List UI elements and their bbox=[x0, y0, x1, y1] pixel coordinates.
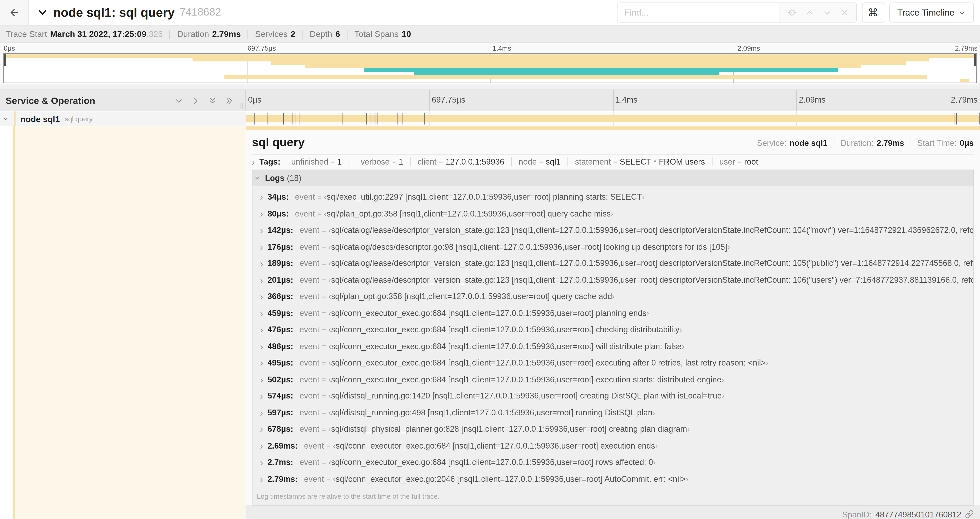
chevron-right-icon[interactable]: › bbox=[252, 157, 255, 166]
log-tick-marker[interactable] bbox=[376, 113, 377, 125]
tag-item[interactable]: _unfinished = 1 bbox=[286, 157, 342, 166]
log-row[interactable]: › 80μs: event = ‹ sql/plan_opt.go:358 [n… bbox=[252, 205, 973, 222]
expand-all-double-chevron-right-icon[interactable] bbox=[225, 96, 234, 105]
log-tick-marker[interactable] bbox=[255, 113, 255, 125]
link-icon[interactable] bbox=[965, 510, 974, 519]
log-row[interactable]: › 574μs: event = ‹ sql/distsql_running.g… bbox=[252, 388, 973, 404]
log-tick-marker[interactable] bbox=[292, 113, 293, 125]
log-field-value: sql/conn_executor_exec.go:684 [nsql1,cli… bbox=[331, 308, 646, 318]
tag-item[interactable]: user = root bbox=[719, 157, 758, 166]
collapse-all-double-chevron-down-icon[interactable] bbox=[208, 96, 217, 105]
tag-item[interactable]: _verbose = 1 bbox=[356, 157, 403, 166]
chevron-right-icon[interactable]: › bbox=[260, 209, 263, 218]
log-tick-marker[interactable] bbox=[299, 113, 299, 125]
log-row[interactable]: › 201μs: event = ‹ sql/catalog/lease/des… bbox=[252, 271, 973, 288]
chevron-right-icon[interactable]: › bbox=[260, 242, 263, 252]
log-timestamp: 678μs: bbox=[267, 424, 293, 434]
span-duration-bar[interactable] bbox=[245, 115, 980, 122]
chevron-right-icon[interactable]: › bbox=[260, 474, 263, 484]
span-bar-cell[interactable] bbox=[245, 111, 980, 126]
log-field-key: event bbox=[299, 424, 319, 434]
chevron-right-icon[interactable]: › bbox=[260, 375, 263, 384]
chevron-down-icon[interactable]: › bbox=[2, 117, 11, 120]
log-row[interactable]: › 189μs: event = ‹ sql/catalog/lease/des… bbox=[252, 255, 973, 271]
equals-sign: = bbox=[317, 193, 321, 201]
chevron-right-icon[interactable]: › bbox=[260, 441, 263, 450]
log-row[interactable]: › 2.7ms: event = ‹ sql/conn_executor_exe… bbox=[252, 454, 973, 471]
tag-item[interactable]: statement = SELECT * FROM users bbox=[575, 157, 705, 166]
log-tick-marker[interactable] bbox=[267, 113, 267, 125]
chevron-down-icon[interactable]: › bbox=[254, 176, 263, 179]
column-resizer-handle[interactable] bbox=[240, 102, 243, 109]
log-row[interactable]: › 366μs: event = ‹ sql/plan_opt.go:358 [… bbox=[252, 288, 973, 305]
chevron-right-icon[interactable]: › bbox=[260, 424, 263, 434]
tag-item[interactable]: client = 127.0.0.1:59936 bbox=[418, 157, 504, 166]
log-row[interactable]: › 678μs: event = ‹ sql/distsql_physical_… bbox=[252, 421, 973, 438]
chevron-right-icon[interactable]: › bbox=[260, 358, 263, 367]
log-tick-marker[interactable] bbox=[954, 113, 954, 125]
collapse-one-chevron-down-icon[interactable] bbox=[174, 96, 183, 105]
match-highlight-icon[interactable] bbox=[788, 8, 796, 17]
log-tick-marker[interactable] bbox=[403, 113, 403, 125]
view-selector-button[interactable]: Trace Timeline bbox=[889, 2, 974, 22]
log-tick-marker[interactable] bbox=[295, 113, 296, 125]
divider bbox=[410, 157, 410, 166]
chevron-right-icon[interactable]: › bbox=[260, 292, 263, 301]
log-tick-marker[interactable] bbox=[956, 113, 957, 125]
log-row[interactable]: › 486μs: event = ‹ sql/conn_executor_exe… bbox=[252, 338, 973, 355]
services-value: 2 bbox=[291, 30, 295, 39]
keyboard-shortcuts-button[interactable]: ⌘ bbox=[862, 2, 884, 22]
chevron-right-icon[interactable]: › bbox=[260, 259, 263, 268]
logs-header[interactable]: › Logs (18) bbox=[252, 169, 974, 186]
log-row[interactable]: › 502μs: event = ‹ sql/conn_executor_exe… bbox=[252, 371, 973, 388]
log-row[interactable]: › 2.69ms: event = ‹ sql/conn_executor_ex… bbox=[252, 438, 973, 454]
find-prev-chevron-up-icon[interactable] bbox=[805, 8, 813, 17]
log-tick-marker[interactable] bbox=[283, 113, 283, 125]
log-tick-marker[interactable] bbox=[424, 113, 425, 125]
find-input[interactable] bbox=[617, 3, 778, 22]
minimap-canvas[interactable] bbox=[3, 53, 977, 83]
log-row[interactable]: › 597μs: event = ‹ sql/distsql_running.g… bbox=[252, 404, 973, 421]
collapse-controls bbox=[174, 96, 245, 105]
collapse-trace-chevron[interactable] bbox=[37, 7, 48, 18]
chevron-right-icon[interactable]: › bbox=[260, 308, 263, 318]
log-row[interactable]: › 495μs: event = ‹ sql/conn_executor_exe… bbox=[252, 355, 973, 371]
chevron-right-icon[interactable]: › bbox=[260, 391, 263, 401]
divider bbox=[910, 138, 911, 147]
chevron-right-icon[interactable]: › bbox=[260, 458, 263, 467]
ruler-gridline bbox=[613, 90, 613, 111]
log-tick-marker[interactable] bbox=[979, 113, 980, 125]
log-tick-marker[interactable] bbox=[397, 113, 397, 125]
top-bar: node sql1: sql query 7418682 ⌘ Trace Tim… bbox=[0, 0, 980, 26]
back-button[interactable] bbox=[0, 0, 29, 25]
log-row[interactable]: › 476μs: event = ‹ sql/conn_executor_exe… bbox=[252, 321, 973, 338]
log-timestamp: 597μs: bbox=[267, 408, 293, 417]
depth-value: 6 bbox=[336, 30, 340, 39]
minimap-drag-handle-left[interactable] bbox=[4, 54, 6, 65]
span-name-cell[interactable]: › node sql1 sql query bbox=[0, 111, 245, 126]
log-field-key: event bbox=[299, 342, 319, 351]
log-tick-marker[interactable] bbox=[374, 113, 374, 125]
chevron-right-icon[interactable]: › bbox=[260, 225, 263, 235]
expand-one-chevron-right-icon[interactable] bbox=[191, 96, 200, 105]
clear-find-x-icon[interactable] bbox=[840, 9, 848, 16]
log-field-value: sql/conn_executor_exec.go:684 [nsql1,cli… bbox=[331, 325, 679, 334]
log-row[interactable]: › 34μs: event = ‹ sql/exec_util.go:2297 … bbox=[252, 189, 973, 206]
log-row[interactable]: › 459μs: event = ‹ sql/conn_executor_exe… bbox=[252, 305, 973, 321]
chevron-right-icon[interactable]: › bbox=[260, 408, 263, 417]
log-row[interactable]: › 142μs: event = ‹ sql/catalog/lease/des… bbox=[252, 222, 973, 238]
log-tick-marker[interactable] bbox=[371, 113, 371, 125]
log-row[interactable]: › 176μs: event = ‹ sql/catalog/descs/des… bbox=[252, 238, 973, 255]
chevron-right-icon[interactable]: › bbox=[260, 275, 263, 285]
chevron-right-icon[interactable]: › bbox=[260, 342, 263, 351]
tags-row[interactable]: › Tags: _unfinished = 1 _verbose = 1 cli… bbox=[252, 156, 974, 168]
log-tick-marker[interactable] bbox=[378, 113, 378, 125]
log-row[interactable]: › 2.79ms: event = ‹ sql/conn_executor_ex… bbox=[252, 471, 973, 487]
chevron-right-icon[interactable]: › bbox=[260, 192, 263, 202]
log-tick-marker[interactable] bbox=[342, 113, 342, 125]
log-tick-marker[interactable] bbox=[366, 113, 367, 125]
tag-item[interactable]: node = sql1 bbox=[519, 157, 561, 166]
minimap-drag-handle-right[interactable] bbox=[974, 54, 976, 65]
chevron-right-icon[interactable]: › bbox=[260, 325, 263, 334]
find-next-chevron-down-icon[interactable] bbox=[823, 8, 831, 17]
